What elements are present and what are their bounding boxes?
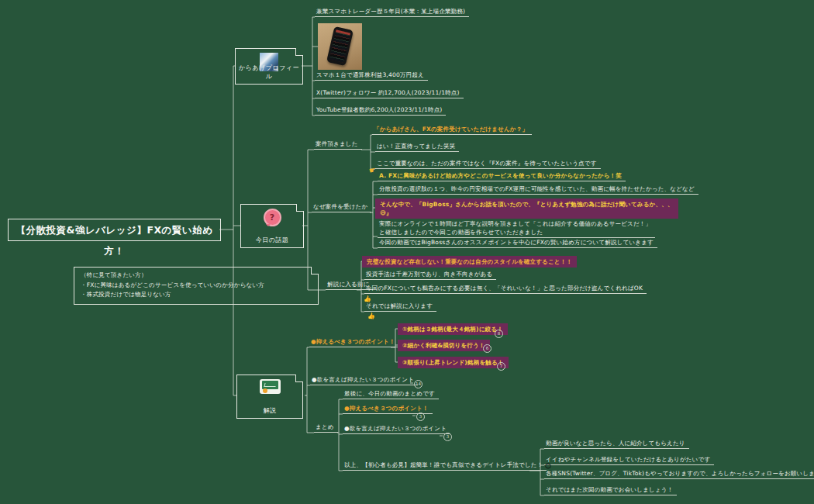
topic-point-2[interactable]: ②細かく利確&損切りを行う！	[398, 340, 490, 351]
topic-outro-3[interactable]: 各種SNS(Twitter、ブログ、TikTok)もやっておりますので、よろしか…	[544, 469, 814, 479]
highlight-line: そんな中で、「BigBoss」さんからお話を頂いたので、『とりあえず勉強の為に話…	[380, 200, 674, 209]
collapsed-count-badge[interactable]: 14	[414, 380, 423, 388]
topic-before-start[interactable]: それでは解説に入ります	[364, 302, 436, 312]
topic-before-steal[interactable]: 今回のFXについても鵜呑みにする必要は無く、「それいいな！」と思った部分だけ盗ん…	[364, 284, 647, 294]
highlight-line: 😅』	[380, 209, 674, 217]
collapsed-count-badge[interactable]: 3	[443, 433, 452, 441]
topic-naze[interactable]: なぜ案件を受けたか	[312, 202, 371, 212]
topic-profile-youtube[interactable]: YouTube登録者数約6,200人(2023/11/1時点)	[315, 105, 446, 116]
note-line: ・FXに興味はあるがどこのサービスを使っていいのか分からない方	[81, 281, 312, 291]
presentation-board-icon	[260, 379, 281, 394]
node-profile[interactable]: からあげプロフィール	[235, 48, 303, 85]
topic-naze-video[interactable]: 今回の動画ではBigBossさんのオススメポイントを中心にFXの賢い始め方につい…	[378, 238, 657, 248]
topic-matome-point2[interactable]: ●欲を言えば抑えたい３つのポイント	[343, 424, 450, 434]
topic-naze-reasons[interactable]: 分散投資の選択肢の１つ、昨今の円安相場でのFX運用に可能性を感じていた、動画に幅…	[378, 185, 698, 195]
collapsed-count-badge[interactable]: 6	[483, 344, 492, 353]
topic-matome-intro[interactable]: 最後に、今日の動画のまとめです	[343, 389, 439, 399]
pointer-hand-icon: ☛	[368, 166, 377, 175]
topic-anken-reply[interactable]: はい！正直待ってました笑笑	[375, 142, 459, 152]
node-profile-label: からあげプロフィール	[236, 64, 302, 81]
phone-screen	[329, 29, 350, 62]
thumbs-up-icon: 👍	[367, 312, 375, 319]
topic-profile-profit[interactable]: スマホ１台で通算株利益3,400万円超え	[315, 71, 428, 81]
topic-profile-twitter[interactable]: X(Twitter)フォロワー 約12,700人(2023/11/1時点)	[315, 88, 464, 98]
topic-outro-2[interactable]: イイねやチャンネル登録をしていただけるとありがたいです	[544, 455, 714, 465]
node-dogear-icon	[295, 375, 303, 382]
node-today[interactable]: ? 今日の話題	[240, 204, 304, 248]
topic-before-methods[interactable]: 投資手法は千差万別であり、向き不向きがある	[364, 270, 496, 280]
topic-points[interactable]: ●抑えるべき３つのポイント！	[309, 337, 399, 347]
topic-anken-important[interactable]: ここで重要なのは、ただの案件ではなく『FXの案件』を待っていたという点です	[375, 159, 601, 169]
topic-point-3[interactable]: ③順張り(上昇トレンド)銘柄を触る！	[398, 357, 509, 368]
smartphone-icon	[326, 26, 354, 66]
note-line: （特に見て頂きたい方）	[81, 271, 312, 281]
phone-photo[interactable]	[318, 23, 362, 70]
question-bubble-icon: ?	[264, 209, 281, 226]
collapsed-count-badge[interactable]: 8	[495, 330, 503, 338]
topic-before-perfect[interactable]: 完璧な投資など存在しない！重要なのは自分のスタイルを確立すること！！	[362, 256, 577, 268]
topic-matome-closing[interactable]: 以上、【初心者も必見】超簡単！誰でも真似できるデイトレ手法でした！	[343, 461, 547, 471]
topic-naze-online[interactable]: 実際にオンラインで１時間ほど丁寧な説明を頂きまして「これは紹介する価値のあるサー…	[378, 219, 655, 238]
topic-anken-quote[interactable]: 「からあげさん、FXの案件受けていただけませんか？」	[372, 125, 532, 135]
topic-outro-1[interactable]: 動画が良いなと思ったら、人に紹介してもらえたり	[544, 439, 689, 449]
node-today-label: 今日の話題	[241, 236, 303, 244]
topic-anken[interactable]: 案件頂きました	[314, 140, 362, 150]
node-kaisetsu[interactable]: 解説	[236, 375, 303, 419]
node-kaisetsu-label: 解説	[237, 406, 302, 415]
note-dogear-icon	[311, 267, 319, 274]
topic-outro-4[interactable]: それではまた次回の動画でお会いしましょう！	[544, 485, 677, 495]
topic-point-1[interactable]: ①銘柄は３銘柄(最大４銘柄)に絞る！	[398, 323, 508, 335]
board-figure	[263, 388, 267, 393]
topic-line: 実際にオンラインで１時間ほど丁寧な説明を頂きまして「これは紹介する価値のあるサー…	[379, 219, 651, 228]
topic-wish[interactable]: ●欲を言えば抑えたい３つのポイント	[310, 375, 418, 385]
topic-naze-bigboss[interactable]: そんな中で、「BigBoss」さんからお話を頂いたので、『とりあえず勉強の為に話…	[375, 198, 678, 219]
mindmap-canvas[interactable]: 【分散投資&強レバレッジ】FXの賢い始め方！ （特に見て頂きたい方） ・FXに興…	[0, 0, 814, 504]
central-topic[interactable]: 【分散投資&強レバレッジ】FXの賢い始め方！	[8, 219, 221, 241]
topic-line: と確信しましたので今回この動画を作らせていただきました	[379, 228, 651, 236]
floating-note[interactable]: （特に見て頂きたい方） ・FXに興味はあるがどこのサービスを使っていいのか分から…	[74, 267, 319, 305]
node-dogear-icon	[295, 48, 303, 56]
collapsed-count-badge[interactable]: 7	[497, 362, 505, 371]
collapsed-count-badge[interactable]: 3	[416, 413, 425, 421]
topic-naze-answer[interactable]: A. FXに興味があるけど始め方やどこのサービスを使って良いか分からなかったから…	[378, 171, 626, 181]
note-line: ・株式投資だけでは物足りない方	[81, 290, 312, 300]
node-dogear-icon	[296, 204, 304, 212]
topic-profile-career[interactable]: 兼業スマホトレーダー歴５年目(本業：某上場企業勤務)	[315, 7, 469, 17]
topic-matome[interactable]: まとめ	[314, 423, 338, 433]
